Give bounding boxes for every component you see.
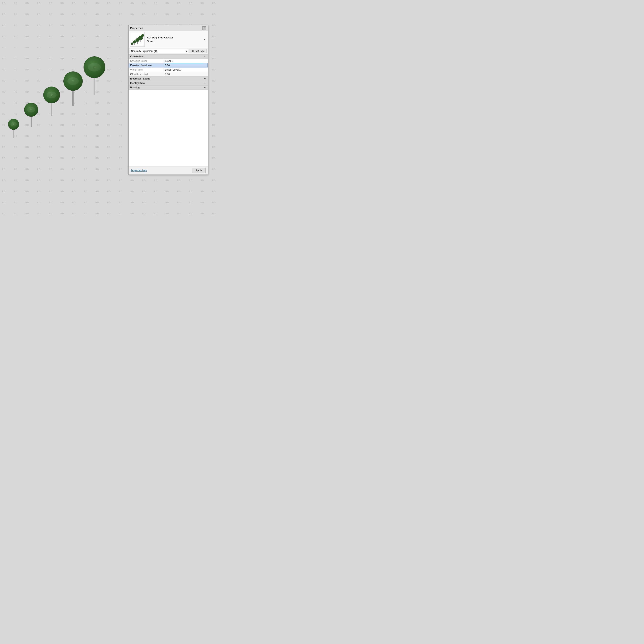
phasing-section-header[interactable]: Phasing ⏷	[129, 85, 208, 90]
offset-from-host-label: Offset from Host	[129, 72, 164, 76]
svg-rect-1	[132, 44, 132, 45]
panel-footer: Properties help Apply	[129, 166, 208, 174]
work-plane-row: Work Plane Level : Level 1	[129, 68, 208, 72]
offset-from-host-value: 0.00	[164, 72, 208, 76]
properties-panel: Properties ✕	[128, 25, 208, 175]
preview-thumbnail	[130, 32, 145, 47]
identity-data-title: Identity Data	[130, 82, 145, 85]
svg-rect-7	[140, 40, 141, 42]
edit-type-icon: ⊞	[191, 50, 194, 53]
panel-titlebar: Properties ✕	[129, 25, 208, 31]
properties-help-link[interactable]: Properties help	[131, 169, 147, 172]
edit-type-button[interactable]: ⊞ Edit Type	[190, 49, 206, 53]
constraints-title: Constraints	[130, 55, 144, 58]
thumbnail-svg	[131, 33, 144, 46]
preview-dropdown-arrow[interactable]: ▼	[203, 38, 206, 41]
work-plane-label: Work Plane	[129, 68, 164, 72]
elevation-from-level-row[interactable]: Elevation from Level 0.00	[129, 63, 208, 68]
identity-data-chevron: ⏷	[204, 82, 206, 85]
dog-step-5: ▽	[84, 56, 105, 95]
svg-rect-9	[142, 37, 143, 38]
elevation-from-level-label: Elevation from Level	[129, 63, 164, 67]
svg-rect-3	[134, 43, 135, 45]
schedule-level-label: Schedule Level	[129, 59, 164, 63]
offset-from-host-row: Offset from Host 0.00	[129, 72, 208, 76]
empty-space	[129, 90, 208, 166]
close-button[interactable]: ✕	[202, 26, 206, 30]
panel-preview: RD_Dog Step Cluster Green ▼	[129, 31, 208, 48]
panel-title: Properties	[130, 27, 143, 30]
dog-step-3: ▽	[43, 87, 60, 116]
work-plane-value: Level : Level 1	[164, 68, 208, 72]
electrical-loads-chevron: ⏷	[204, 77, 206, 80]
dog-step-1: ▽	[8, 119, 19, 138]
identity-data-section-header[interactable]: Identity Data ⏷	[129, 81, 208, 85]
3d-scene: ▽ ▽ ▽ ▽ ▽	[0, 0, 123, 219]
electrical-loads-section-header[interactable]: Electrical - Loads ⏷	[129, 76, 208, 81]
constraints-section-header[interactable]: Constraints ⏶	[129, 54, 208, 59]
dog-step-2: ▽	[24, 103, 38, 127]
apply-button[interactable]: Apply	[192, 168, 206, 173]
elevation-from-level-value[interactable]: 0.00	[164, 63, 208, 67]
type-dropdown[interactable]: Specialty Equipment (1) ▾	[130, 49, 188, 53]
constraints-chevron: ⏶	[204, 55, 206, 58]
type-selector-row: Specialty Equipment (1) ▾ ⊞ Edit Type	[129, 48, 208, 54]
phasing-title: Phasing	[130, 86, 140, 89]
electrical-loads-title: Electrical - Loads	[130, 77, 150, 80]
preview-name: RD_Dog Step Cluster Green	[147, 36, 201, 43]
phasing-chevron: ⏷	[204, 86, 206, 89]
schedule-level-row: Schedule Level Level 1	[129, 59, 208, 63]
svg-point-8	[141, 34, 144, 37]
svg-rect-5	[137, 42, 138, 44]
dog-step-4: ▽	[63, 71, 83, 106]
schedule-level-value: Level 1	[164, 59, 208, 63]
